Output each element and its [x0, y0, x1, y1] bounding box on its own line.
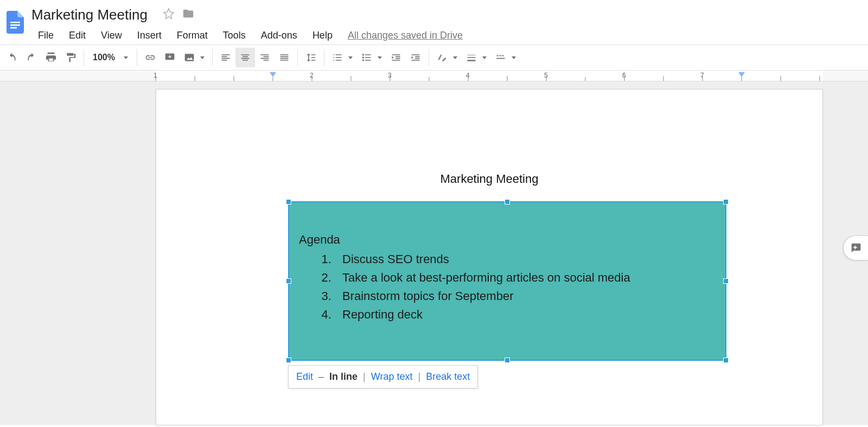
border-weight-button[interactable]	[462, 48, 491, 67]
print-button[interactable]	[41, 48, 61, 67]
image-options-toolbar: Edit – In line | Wrap text | Break text	[288, 365, 478, 388]
svg-rect-0	[10, 22, 20, 23]
chevron-down-icon	[482, 56, 487, 59]
menu-insert[interactable]: Insert	[130, 27, 169, 44]
resize-handle[interactable]	[723, 358, 729, 363]
decrease-indent-button[interactable]	[386, 48, 406, 67]
ruler-mark: 4	[466, 72, 470, 79]
numbered-list-button[interactable]	[328, 48, 357, 67]
separator-pipe: |	[363, 371, 366, 383]
agenda-item: Reporting deck	[335, 305, 716, 324]
undo-button[interactable]	[2, 48, 22, 67]
chevron-down-icon	[378, 56, 382, 59]
zoom-value: 100%	[93, 53, 115, 62]
wrap-option-inline[interactable]: In line	[329, 371, 358, 383]
align-left-button[interactable]	[216, 48, 235, 67]
document-title[interactable]: Marketing Meeting	[30, 4, 151, 24]
ruler-mark: 5	[544, 72, 548, 79]
redo-button[interactable]	[22, 48, 41, 67]
resize-handle[interactable]	[505, 358, 510, 363]
svg-point-9	[362, 59, 364, 61]
clear-formatting-button[interactable]	[432, 48, 462, 67]
svg-text:+: +	[168, 53, 171, 60]
ruler-mark: 2	[310, 72, 314, 79]
border-dash-button[interactable]	[491, 48, 520, 67]
title-area: Marketing Meeting File Edit View Insert …	[30, 4, 868, 44]
agenda-title: Agenda	[299, 233, 716, 247]
resize-handle[interactable]	[505, 199, 510, 205]
document-heading: Marketing Meeting	[156, 172, 822, 186]
align-right-button[interactable]	[255, 48, 275, 67]
save-status[interactable]: All changes saved in Drive	[340, 27, 470, 44]
wrap-option-break[interactable]: Break text	[426, 371, 470, 383]
toolbar: 100% +	[0, 44, 868, 71]
ruler-mark: 1	[154, 72, 157, 79]
horizontal-ruler[interactable]: 1 2 3 4 5 6 7	[0, 71, 868, 81]
agenda-item: Brainstorm topics for September	[335, 287, 716, 305]
bulleted-list-button[interactable]	[357, 48, 386, 67]
header: Marketing Meeting File Edit View Insert …	[0, 0, 868, 44]
zoom-dropdown[interactable]: 100%	[87, 48, 133, 67]
svg-rect-1	[10, 24, 20, 26]
menu-tools[interactable]: Tools	[215, 27, 253, 44]
chevron-down-icon	[124, 56, 128, 59]
ruler-mark: 7	[700, 72, 704, 79]
separator-pipe: |	[418, 371, 420, 383]
insert-comment-bubble[interactable]	[843, 235, 868, 260]
align-center-button[interactable]	[235, 48, 255, 67]
menu-file[interactable]: File	[30, 27, 61, 44]
chevron-down-icon	[453, 56, 457, 59]
menu-addons[interactable]: Add-ons	[253, 27, 305, 44]
drawing-content: Agenda Discuss SEO trends Take a look at…	[289, 202, 725, 334]
document-page[interactable]: Marketing Meeting Agenda Discuss SEO tre…	[156, 89, 823, 425]
resize-handle[interactable]	[723, 278, 729, 284]
agenda-item: Take a look at best-performing articles …	[335, 269, 716, 287]
line-spacing-button[interactable]	[301, 48, 321, 67]
inserted-drawing[interactable]: Agenda Discuss SEO trends Take a look at…	[288, 201, 726, 361]
move-to-folder-icon[interactable]	[182, 8, 194, 20]
svg-point-8	[362, 56, 364, 58]
resize-handle[interactable]	[286, 358, 291, 363]
wrap-option-wrap[interactable]: Wrap text	[371, 371, 413, 383]
separator-dash: –	[318, 371, 324, 383]
menu-help[interactable]: Help	[305, 27, 340, 44]
resize-handle[interactable]	[723, 199, 729, 205]
resize-handle[interactable]	[286, 199, 291, 205]
chevron-down-icon	[200, 56, 205, 59]
resize-handle[interactable]	[286, 278, 291, 284]
menu-view[interactable]: View	[93, 27, 130, 44]
add-comment-button[interactable]: +	[160, 48, 180, 67]
insert-link-button[interactable]	[141, 48, 160, 67]
insert-image-button[interactable]	[180, 48, 209, 67]
chevron-down-icon	[348, 56, 353, 59]
image-edit-link[interactable]: Edit	[296, 371, 313, 383]
menu-edit[interactable]: Edit	[61, 27, 93, 44]
ruler-mark: 3	[388, 72, 392, 79]
align-justify-button[interactable]	[275, 48, 294, 67]
ruler-mark: 6	[622, 72, 626, 79]
agenda-item: Discuss SEO trends	[335, 250, 716, 269]
star-icon[interactable]	[163, 8, 175, 20]
menu-bar: File Edit View Insert Format Tools Add-o…	[30, 27, 868, 44]
increase-indent-button[interactable]	[406, 48, 425, 67]
google-docs-logo[interactable]	[4, 8, 26, 37]
svg-rect-2	[10, 27, 17, 29]
svg-point-7	[362, 54, 364, 55]
svg-rect-5	[185, 54, 194, 61]
svg-rect-10	[156, 71, 823, 81]
canvas: 1 2 3 4 5 6 7 Marketing Meeting Agenda D…	[0, 71, 868, 425]
chevron-down-icon	[512, 56, 516, 59]
agenda-list: Discuss SEO trends Take a look at best-p…	[299, 250, 716, 324]
menu-format[interactable]: Format	[169, 27, 215, 44]
add-comment-icon	[851, 243, 861, 253]
paint-format-button[interactable]	[61, 48, 80, 67]
